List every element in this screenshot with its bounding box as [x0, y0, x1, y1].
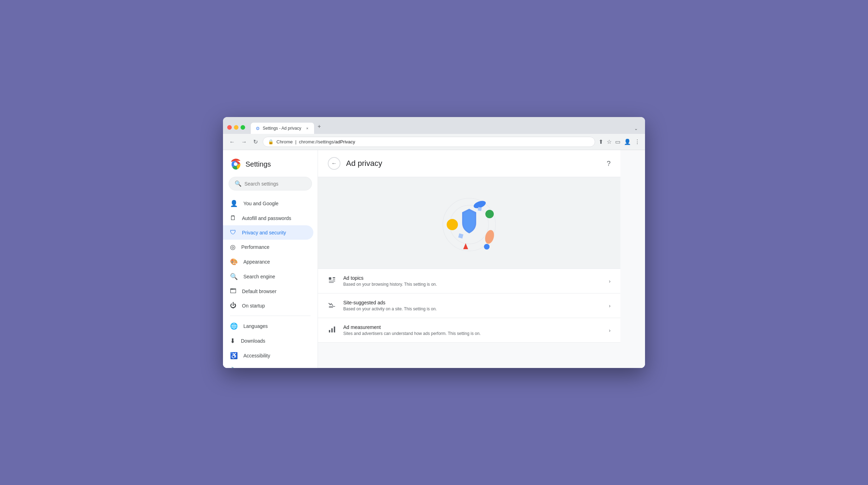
svg-point-4: [234, 162, 237, 166]
site-suggested-ads-row[interactable]: Site-suggested ads Based on your activit…: [318, 293, 620, 318]
tab-close-icon[interactable]: ×: [306, 125, 309, 131]
svg-rect-23: [331, 328, 333, 332]
sidebar-toggle-icon[interactable]: ▭: [615, 138, 620, 145]
sidebar-group-2: 🌐 Languages ⬇ Downloads ♿ Accessibility …: [223, 319, 318, 368]
sidebar-item-system[interactable]: 🔧 System: [223, 363, 313, 368]
site-suggested-ads-title: Site-suggested ads: [343, 300, 609, 305]
ad-measurement-chevron-icon: ›: [609, 328, 611, 333]
svg-rect-14: [478, 207, 482, 211]
back-button[interactable]: ←: [328, 157, 340, 170]
sidebar-group-1: 👤 You and Google 🗒 Autofill and password…: [223, 196, 318, 313]
tab-title: Settings - Ad privacy: [263, 126, 301, 131]
sidebar-item-autofill[interactable]: 🗒 Autofill and passwords: [223, 211, 313, 225]
url-origin: Chrome | chrome://settings/: [276, 139, 335, 144]
active-tab[interactable]: ⚙ Settings - Ad privacy ×: [251, 123, 314, 134]
help-icon[interactable]: ?: [607, 160, 611, 168]
sidebar-label-system: System: [243, 368, 260, 368]
ad-topics-row[interactable]: Ad topics Based on your browsing history…: [318, 269, 620, 293]
ad-topics-chevron-icon: ›: [609, 278, 611, 284]
site-suggested-ads-chevron-icon: ›: [609, 303, 611, 309]
tabs-bar: ⚙ Settings - Ad privacy × + ⌄: [251, 121, 641, 134]
settings-list: Ad topics Based on your browsing history…: [318, 269, 620, 343]
svg-rect-16: [333, 277, 335, 278]
sidebar-label-you-and-google: You and Google: [243, 201, 279, 206]
address-text: Chrome | chrome://settings/adPrivacy: [276, 139, 590, 144]
search-bar-wrap: 🔍: [223, 177, 318, 196]
search-engine-icon: 🔍: [230, 273, 238, 280]
svg-rect-19: [329, 282, 334, 283]
ad-topics-icon: [328, 276, 336, 286]
person-icon: 👤: [230, 200, 238, 207]
title-bar: ⚙ Settings - Ad privacy × + ⌄: [223, 117, 645, 134]
sidebar-item-privacy[interactable]: 🛡 Privacy and security: [223, 225, 313, 240]
ad-topics-desc: Based on your browsing history. This set…: [343, 282, 609, 287]
sidebar-label-on-startup: On startup: [242, 303, 265, 309]
sidebar-label-privacy: Privacy and security: [242, 230, 286, 235]
svg-rect-13: [458, 233, 464, 239]
shield-icon: 🛡: [230, 229, 236, 236]
svg-rect-21: [329, 307, 333, 308]
sidebar-item-on-startup[interactable]: ⏻ On startup: [223, 298, 313, 313]
svg-rect-18: [329, 281, 335, 282]
sidebar-item-accessibility[interactable]: ♿ Accessibility: [223, 348, 313, 363]
sidebar-divider: [230, 316, 311, 316]
new-tab-button[interactable]: +: [314, 121, 324, 132]
ad-measurement-desc: Sites and advertisers can understand how…: [343, 331, 609, 336]
settings-brand: Settings: [223, 156, 318, 177]
sidebar-item-you-and-google[interactable]: 👤 You and Google: [223, 196, 313, 211]
minimize-button[interactable]: [234, 125, 238, 130]
tabs-dropdown-icon[interactable]: ⌄: [631, 124, 641, 132]
content-inner: ← Ad privacy ?: [318, 150, 620, 343]
site-suggested-ads-text: Site-suggested ads Based on your activit…: [343, 300, 609, 311]
sidebar-item-search-engine[interactable]: 🔍 Search engine: [223, 269, 313, 284]
svg-point-9: [485, 210, 494, 218]
chrome-logo: [230, 159, 241, 170]
search-input[interactable]: [244, 181, 306, 187]
svg-rect-17: [333, 279, 335, 280]
sidebar-label-languages: Languages: [243, 323, 268, 329]
ad-measurement-icon: [328, 325, 336, 335]
menu-icon[interactable]: ⋮: [634, 138, 640, 145]
ad-measurement-title: Ad measurement: [343, 324, 609, 330]
appearance-icon: 🎨: [230, 258, 238, 266]
close-button[interactable]: [227, 125, 232, 130]
sidebar-label-search-engine: Search engine: [243, 274, 275, 279]
sidebar-label-downloads: Downloads: [241, 338, 265, 344]
profile-icon[interactable]: 👤: [624, 138, 631, 145]
refresh-button[interactable]: ↻: [252, 137, 259, 147]
traffic-lights: [227, 125, 245, 130]
sidebar-item-default-browser[interactable]: 🗔 Default browser: [223, 284, 313, 298]
site-suggested-ads-icon: [328, 300, 336, 311]
forward-nav-button[interactable]: →: [240, 137, 248, 147]
svg-point-8: [447, 219, 458, 230]
system-icon: 🔧: [230, 367, 238, 368]
sidebar-item-languages[interactable]: 🌐 Languages: [223, 319, 313, 334]
page-header: ← Ad privacy ?: [318, 150, 620, 177]
sidebar-item-appearance[interactable]: 🎨 Appearance: [223, 254, 313, 269]
svg-point-12: [484, 244, 490, 250]
sidebar: Settings 🔍 👤 You and Google 🗒 Autofill a…: [223, 150, 318, 368]
sidebar-label-autofill: Autofill and passwords: [242, 215, 291, 221]
back-nav-button[interactable]: ←: [228, 137, 236, 147]
hero-section: [318, 177, 620, 269]
ad-topics-text: Ad topics Based on your browsing history…: [343, 275, 609, 287]
sidebar-item-downloads[interactable]: ⬇ Downloads: [223, 334, 313, 348]
address-bar-row: ← → ↻ 🔒 Chrome | chrome://settings/adPri…: [223, 134, 645, 150]
ad-measurement-row[interactable]: Ad measurement Sites and advertisers can…: [318, 318, 620, 343]
address-bar[interactable]: 🔒 Chrome | chrome://settings/adPrivacy: [263, 137, 595, 147]
maximize-button[interactable]: [241, 125, 245, 130]
ad-measurement-text: Ad measurement Sites and advertisers can…: [343, 324, 609, 336]
share-icon[interactable]: ⬆: [599, 138, 603, 145]
bookmark-icon[interactable]: ☆: [607, 138, 612, 145]
back-arrow-icon: ←: [331, 160, 337, 167]
downloads-icon: ⬇: [230, 337, 235, 345]
url-path: adPrivacy: [335, 139, 355, 144]
sidebar-item-performance[interactable]: ◎ Performance: [223, 240, 313, 254]
browser-icon: 🗔: [230, 287, 236, 295]
content-area: ← Ad privacy ?: [318, 150, 645, 368]
sidebar-label-accessibility: Accessibility: [243, 353, 270, 358]
page-title: Ad privacy: [346, 159, 382, 168]
search-bar[interactable]: 🔍: [229, 177, 312, 190]
toolbar-icons: ⬆ ☆ ▭ 👤 ⋮: [599, 138, 640, 145]
languages-icon: 🌐: [230, 322, 238, 330]
